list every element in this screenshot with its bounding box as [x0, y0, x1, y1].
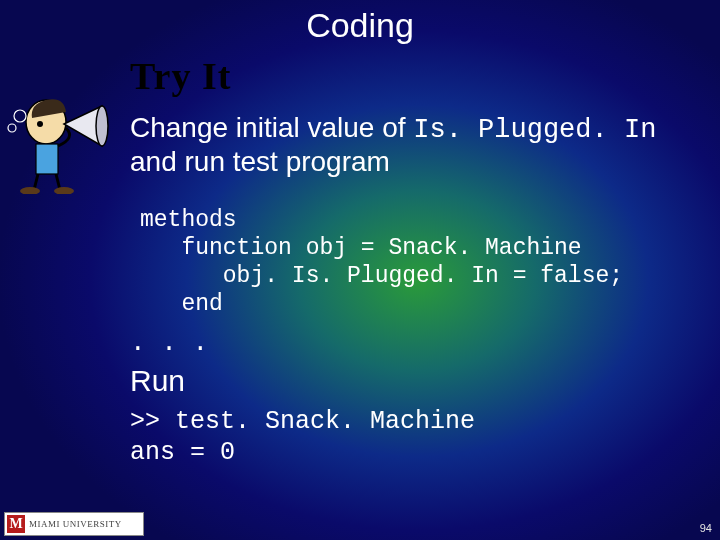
svg-point-1 [37, 121, 43, 127]
description-code: Is. Plugged. In [413, 115, 656, 145]
svg-point-9 [54, 187, 74, 194]
svg-point-4 [8, 124, 16, 132]
try-it-heading: Try It [130, 54, 231, 98]
ellipsis-text: . . . [130, 328, 208, 358]
svg-point-2 [96, 106, 108, 146]
svg-rect-5 [36, 144, 58, 174]
slide: Coding Try It Change initial value of Is… [0, 0, 720, 540]
methods-code-block: methods function obj = Snack. Machine ob… [140, 206, 623, 318]
slide-title: Coding [0, 6, 720, 45]
page-number: 94 [700, 522, 712, 534]
logo-letter-icon: M [7, 515, 25, 533]
university-logo: M MIAMI UNIVERSITY [4, 512, 144, 536]
run-heading: Run [130, 364, 185, 398]
megaphone-character-icon [6, 84, 116, 194]
description-pre: Change initial value of [130, 112, 413, 143]
svg-point-3 [14, 110, 26, 122]
description-post: and run test program [130, 146, 390, 177]
description-text: Change initial value of Is. Plugged. In … [130, 112, 690, 178]
svg-point-8 [20, 187, 40, 194]
repl-code-block: >> test. Snack. Machine ans = 0 [130, 406, 475, 469]
logo-text: MIAMI UNIVERSITY [29, 519, 122, 529]
